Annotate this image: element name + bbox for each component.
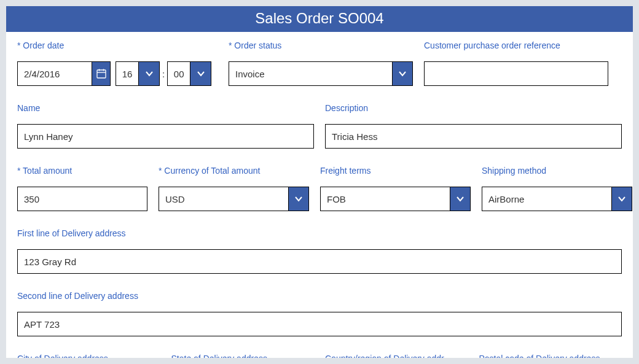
chevron-down-icon <box>196 69 206 79</box>
order-status-select[interactable] <box>229 61 413 86</box>
currency-select[interactable] <box>159 187 309 211</box>
order-date-group: : <box>17 61 218 86</box>
label-total-amount: Total amount <box>17 166 147 176</box>
freight-terms-select[interactable] <box>320 187 471 211</box>
freight-terms-value[interactable] <box>320 187 450 211</box>
time-separator: : <box>162 69 165 79</box>
form-scroll-area[interactable]: Order date : <box>6 32 633 358</box>
chevron-down-icon <box>398 69 407 79</box>
minute-dropdown-button[interactable] <box>190 61 211 86</box>
label-postal: Postal code of Delivery address <box>479 354 622 358</box>
label-order-date: Order date <box>17 41 218 50</box>
calendar-icon <box>96 69 106 79</box>
currency-dropdown-button[interactable] <box>288 187 309 211</box>
hour-dropdown-button[interactable] <box>139 61 160 86</box>
label-currency: Currency of Total amount <box>159 166 309 176</box>
label-order-status: Order status <box>229 41 413 50</box>
order-hour-input[interactable] <box>116 61 139 86</box>
label-shipping-method: Shipping method <box>482 166 632 176</box>
label-addr2: Second line of Delivery address <box>17 291 622 301</box>
order-status-value[interactable] <box>229 61 392 86</box>
label-cust-po-ref: Customer purchase order reference <box>424 41 608 50</box>
chevron-down-icon <box>144 69 154 79</box>
label-country: Country/region of Delivery addr... <box>325 354 468 358</box>
shipping-method-select[interactable] <box>482 187 632 211</box>
order-date-input[interactable] <box>17 61 92 86</box>
svg-rect-0 <box>97 70 106 78</box>
sales-order-window: Sales Order SO004 Order date <box>6 6 633 358</box>
shipping-dropdown-button[interactable] <box>611 187 632 211</box>
window-title: Sales Order SO004 <box>6 6 633 32</box>
addr1-input[interactable] <box>17 249 622 274</box>
label-freight-terms: Freight terms <box>320 166 471 176</box>
label-addr1: First line of Delivery address <box>17 228 622 238</box>
label-name: Name <box>17 103 314 113</box>
total-amount-input[interactable] <box>17 187 147 211</box>
label-city: City of Delivery address <box>17 354 160 358</box>
currency-value[interactable] <box>159 187 288 211</box>
label-state: State of Delivery address <box>171 354 315 358</box>
addr2-input[interactable] <box>17 312 622 336</box>
name-input[interactable] <box>17 124 314 149</box>
shipping-method-value[interactable] <box>482 187 611 211</box>
label-description: Description <box>325 103 622 113</box>
chevron-down-icon <box>617 194 627 204</box>
cust-po-ref-input[interactable] <box>424 61 608 86</box>
order-status-dropdown-button[interactable] <box>392 61 413 86</box>
freight-dropdown-button[interactable] <box>450 187 471 211</box>
order-minute-input[interactable] <box>167 61 190 86</box>
chevron-down-icon <box>455 194 465 204</box>
description-input[interactable] <box>325 124 622 149</box>
calendar-button[interactable] <box>92 61 111 86</box>
chevron-down-icon <box>294 194 304 204</box>
